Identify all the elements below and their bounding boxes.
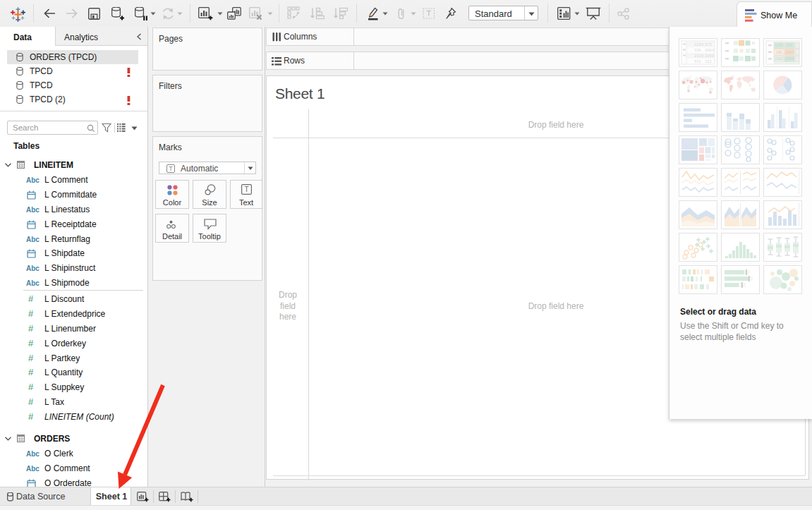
svg-text:322: 322 [705,59,712,64]
svg-text:2320: 2320 [694,54,703,59]
svg-text:2859: 2859 [705,54,714,59]
svg-text:T: T [169,165,173,172]
svg-text:1234: 1234 [775,44,783,47]
svg-text:330: 330 [776,51,782,54]
svg-text:T: T [244,186,248,193]
svg-text:571: 571 [694,59,702,64]
svg-text:10936: 10936 [784,57,794,61]
svg-text:3004: 3004 [786,51,794,54]
svg-text:573: 573 [787,44,792,47]
svg-text:3004: 3004 [705,48,715,53]
svg-text:330: 330 [694,48,701,53]
svg-text:2320: 2320 [775,57,783,61]
svg-text:1234: 1234 [694,42,704,47]
svg-text:573: 573 [705,42,712,47]
